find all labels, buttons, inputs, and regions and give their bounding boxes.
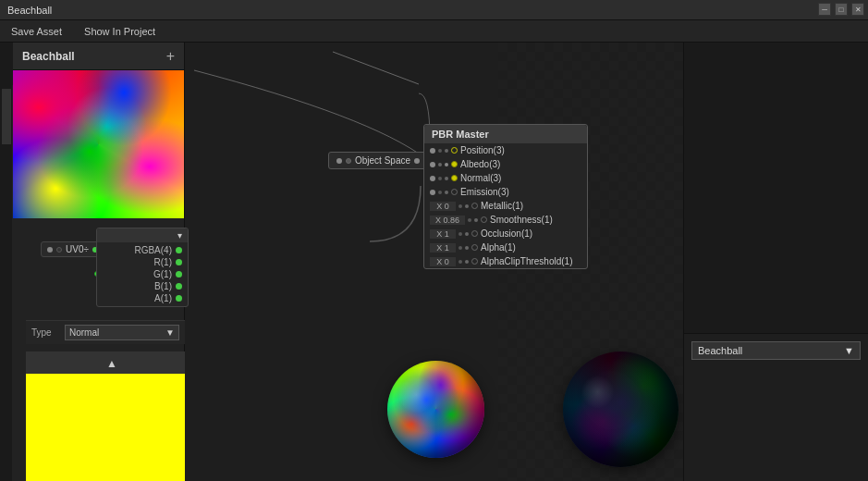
occlusion-x-label: X 1 xyxy=(430,229,456,239)
em-in-dot xyxy=(451,189,458,195)
node-editor: Object Space PBR Master Position(3) xyxy=(185,43,683,481)
pbr-albedo-row: Albedo(3) xyxy=(424,157,587,171)
pbr-node-body: Position(3) Albedo(3) Normal(3) xyxy=(424,143,587,268)
pbr-title: PBR Master xyxy=(432,129,489,140)
occ-in-dot xyxy=(471,230,478,237)
title-bar: Beachball ─ □ ✕ xyxy=(0,0,868,20)
met-small-dot1 xyxy=(458,204,462,208)
add-button[interactable]: + xyxy=(166,49,175,64)
smo-small-dot2 xyxy=(474,218,478,222)
uv-node-label: UV0÷ xyxy=(66,244,89,254)
sampler-rgba-row: RGBA(4) xyxy=(103,244,182,256)
smo-in-dot xyxy=(481,216,487,223)
alpha-x-label: X 1 xyxy=(430,243,456,253)
g-dot xyxy=(176,271,182,278)
emission-label: Emission(3) xyxy=(460,187,509,197)
norm-small-dot2 xyxy=(445,177,448,180)
uv-node-dot-left2 xyxy=(56,247,62,253)
chevron-up-icon[interactable]: ▲ xyxy=(106,357,117,370)
alpha-label: Alpha(1) xyxy=(481,242,516,253)
panel-title: Beachball xyxy=(22,50,75,63)
menu-bar: Save Asset Show In Project xyxy=(0,20,868,43)
sampler-collapse-icon[interactable]: ▾ xyxy=(177,230,182,240)
met-in-dot xyxy=(471,203,478,209)
a-label: A(1) xyxy=(154,293,172,303)
type-row: Type Normal ▼ xyxy=(26,320,185,344)
alb-small-dot1 xyxy=(438,163,442,166)
pbr-smoothness-row: X 0.86 Smoothness(1) xyxy=(424,213,587,227)
pbr-normal-row: Normal(3) xyxy=(424,171,587,185)
alp-small-dot2 xyxy=(465,246,469,250)
right-bottom-panel: Beachball ▼ xyxy=(684,333,868,481)
texture-image xyxy=(13,70,184,218)
em-small-dot2 xyxy=(445,191,448,194)
pbr-occlusion-row: X 1 Occlusion(1) xyxy=(424,227,587,240)
maximize-button[interactable]: □ xyxy=(835,3,848,16)
type-dropdown[interactable]: Normal ▼ xyxy=(65,325,179,340)
window-title: Beachball xyxy=(7,5,52,16)
yellow-color-block: ▲ xyxy=(26,352,198,481)
norm-in-dot xyxy=(451,175,458,181)
main-area: Beachball + ▲ UV0÷ UV(2) Sampler(SS) xyxy=(0,43,868,481)
smoothness-label: Smoothness(1) xyxy=(490,215,553,225)
pbr-emission-row: Emission(3) xyxy=(424,185,587,199)
obj-left-dot1 xyxy=(336,158,342,164)
pbr-alpha-row: X 1 Alpha(1) xyxy=(424,240,587,254)
dropdown-chevron-icon: ▼ xyxy=(844,345,854,356)
right-top-area xyxy=(684,43,868,333)
smo-small-dot1 xyxy=(468,218,471,222)
object-space-node[interactable]: Object Space xyxy=(328,152,428,169)
smoothness-x-label: X 0.86 xyxy=(430,216,465,225)
dropdown-label: Beachball xyxy=(698,345,742,356)
asset-panel: Beachball + ▲ UV0÷ UV(2) Sampler(SS) xyxy=(13,43,185,481)
pbr-node-header: PBR Master xyxy=(424,125,587,143)
ac-small-dot1 xyxy=(458,260,462,264)
obj-right-dot xyxy=(414,158,420,164)
alphaclip-x-label: X 0 xyxy=(430,257,456,266)
alphaclip-label: AlphaClipThreshold(1) xyxy=(481,256,573,266)
minimize-button[interactable]: ─ xyxy=(818,3,831,16)
norm-small-dot1 xyxy=(438,177,442,180)
pbr-alphaclip-row: X 0 AlphaClipThreshold(1) xyxy=(424,254,587,268)
em-small-dot1 xyxy=(438,191,442,194)
svg-line-0 xyxy=(333,52,419,84)
sampler-node[interactable]: ▾ RGBA(4) R(1) G(1) B(1) xyxy=(96,228,189,307)
alb-dot-outer xyxy=(430,162,435,167)
type-value: Normal xyxy=(69,327,99,338)
save-asset-menu[interactable]: Save Asset xyxy=(7,24,66,39)
pos-in-dot xyxy=(451,147,458,154)
r-label: R(1) xyxy=(154,257,172,267)
alp-small-dot1 xyxy=(458,246,462,250)
b-dot xyxy=(176,283,182,290)
window-controls: ─ □ ✕ xyxy=(818,3,864,16)
pbr-metallic-row: X 0 Metallic(1) xyxy=(424,199,587,213)
right-panel: Beachball ▼ xyxy=(683,43,868,481)
type-dropdown-icon: ▼ xyxy=(165,327,175,338)
preview-sphere-right xyxy=(563,352,679,467)
position-label: Position(3) xyxy=(460,145,505,155)
texture-preview xyxy=(13,70,184,218)
alp-in-dot xyxy=(471,244,478,251)
obj-left-dot2 xyxy=(346,158,351,164)
sampler-node-header: ▾ xyxy=(97,228,188,242)
met-small-dot2 xyxy=(465,204,469,208)
norm-dot-outer xyxy=(430,176,435,181)
occ-small-dot1 xyxy=(458,232,462,236)
ac-small-dot2 xyxy=(465,260,469,264)
r-dot xyxy=(176,259,182,265)
color-block-header: ▲ xyxy=(26,353,198,374)
type-label: Type xyxy=(31,327,59,338)
show-in-project-menu[interactable]: Show In Project xyxy=(80,24,159,39)
sampler-g-row: G(1) xyxy=(103,268,182,280)
strip-button[interactable] xyxy=(2,89,11,144)
beachball-dropdown[interactable]: Beachball ▼ xyxy=(691,341,861,360)
sampler-node-body: RGBA(4) R(1) G(1) B(1) A(1) xyxy=(97,242,188,306)
rgba-dot xyxy=(176,247,182,253)
occlusion-label: Occlusion(1) xyxy=(481,228,532,239)
a-dot xyxy=(176,295,182,302)
pbr-master-node[interactable]: PBR Master Position(3) Albedo(3 xyxy=(423,124,588,269)
alb-in-dot xyxy=(451,161,458,167)
metallic-label: Metallic(1) xyxy=(481,201,523,211)
em-dot-outer xyxy=(430,190,435,195)
close-button[interactable]: ✕ xyxy=(851,3,864,16)
